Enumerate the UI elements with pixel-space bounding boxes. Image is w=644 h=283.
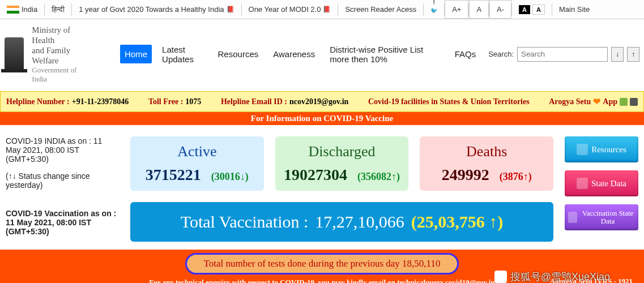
search-bar: Search: ↓ ↑ — [488, 47, 639, 62]
book-icon: 📕 — [227, 6, 234, 13]
deaths-value: 249992 — [442, 166, 489, 184]
helpline-bar: Helpline Number :+91-11-23978046 Toll Fr… — [0, 91, 644, 112]
country-flag: India — [0, 0, 44, 19]
as-on-text: COVID-19 INDIA as on : 11 May 2021, 08:0… — [6, 136, 119, 164]
tests-highlight: Total number of tests done during the pr… — [185, 253, 459, 275]
screen-reader-link[interactable]: Screen Reader Acess — [338, 0, 423, 19]
active-delta: (30016↓) — [211, 171, 249, 183]
gov-topbar: India हिन्दी 1 year of Govt 2020 Towards… — [0, 0, 644, 19]
change-note: (↑↓ Status change since yesterday) — [6, 171, 119, 190]
discharged-card[interactable]: Discharged 19027304(356082↑) — [275, 136, 409, 191]
search-input[interactable] — [517, 47, 608, 62]
light-scheme-button[interactable]: A — [532, 5, 545, 15]
modi-year-link[interactable]: One Year of MODI 2.0 📕 — [242, 0, 338, 19]
dark-scheme-button[interactable]: A — [519, 5, 530, 14]
twitter-icon: 🐦 — [430, 8, 437, 14]
active-title: Active — [135, 143, 259, 160]
helpline-number: Helpline Number :+91-11-23978046 — [6, 97, 129, 106]
vac-state-data-button[interactable]: Vaccination State Data — [565, 204, 638, 230]
arogya-app-link[interactable]: Arogya Setu❤App — [549, 96, 638, 107]
active-value: 3715221 — [146, 166, 201, 184]
nav-home[interactable]: Home — [120, 45, 152, 63]
vaccination-label: Total Vaccination : — [181, 212, 309, 231]
main-site-link[interactable]: Main Site — [552, 0, 596, 19]
search-label: Search: — [488, 50, 514, 58]
site-header: Ministry of Health and Family Welfare Go… — [0, 19, 644, 91]
discharged-title: Discharged — [280, 143, 404, 160]
vaccination-delta: (25,03,756 ↑) — [411, 212, 503, 231]
ministry-title: Ministry of Health and Family Welfare Go… — [32, 25, 89, 83]
country-label: India — [22, 5, 37, 14]
vaccine-info-banner[interactable]: For Information on COVID-19 Vaccine — [0, 112, 644, 125]
nav-latest[interactable]: Latest Updates — [157, 40, 207, 68]
facebook-icon: f — [433, 0, 435, 6]
nav-resources[interactable]: Resources — [214, 45, 263, 63]
resources-icon — [577, 144, 588, 155]
deaths-title: Deaths — [424, 143, 549, 160]
state-data-button[interactable]: State Data — [565, 170, 638, 196]
font-decrease-button[interactable]: A- — [489, 0, 511, 19]
main-nav: Home Latest Updates Resources Awareness … — [120, 40, 480, 68]
sohu-icon — [494, 271, 507, 283]
lang-link[interactable]: हिन्दी — [45, 0, 71, 19]
vac-as-on-text: COVID-19 Vaccination as on : 11 May 2021… — [6, 209, 119, 236]
font-increase-button[interactable]: A+ — [445, 0, 468, 19]
discharged-delta: (356082↑) — [357, 171, 400, 183]
nav-district[interactable]: District-wise Positive List more then 10… — [325, 40, 445, 68]
sort-down-button[interactable]: ↓ — [611, 47, 624, 62]
govt-year-link[interactable]: 1 year of Govt 2020 Towards a Healthy In… — [72, 0, 241, 19]
deaths-card[interactable]: Deaths 249992(3876↑) — [420, 136, 553, 191]
vaccination-card[interactable]: Total Vaccination : 17,27,10,066 (25,03,… — [130, 202, 553, 242]
syringe-icon — [568, 212, 577, 223]
discharged-value: 19027304 — [284, 166, 347, 184]
android-icon — [620, 98, 628, 106]
nav-awareness[interactable]: Awareness — [268, 45, 319, 63]
vaccination-value: 17,27,10,066 — [315, 212, 404, 231]
stats-section: COVID-19 INDIA as on : 11 May 2021, 08:0… — [0, 125, 644, 250]
active-card[interactable]: Active 3715221(30016↓) — [130, 136, 264, 191]
helpline-email[interactable]: Helpline Email ID :ncov2019@gov.in — [221, 97, 349, 106]
book-icon: 📕 — [323, 6, 331, 13]
sort-up-button[interactable]: ↑ — [627, 47, 639, 62]
toll-free: Toll Free :1075 — [148, 97, 201, 106]
state-icon — [577, 178, 588, 189]
nav-faqs[interactable]: FAQs — [450, 45, 481, 63]
social-icons[interactable]: f🐦 — [424, 0, 444, 19]
color-scheme-switch[interactable]: A A — [512, 0, 552, 19]
india-flag-icon — [7, 6, 19, 14]
side-buttons: Resources State Data Vaccination State D… — [565, 136, 638, 244]
status-notes: COVID-19 INDIA as on : 11 May 2021, 08:0… — [6, 136, 119, 244]
font-normal-button[interactable]: A — [469, 0, 489, 19]
heart-icon: ❤ — [593, 96, 600, 107]
resources-button[interactable]: Resources — [565, 136, 638, 162]
deaths-delta: (3876↑) — [500, 171, 532, 183]
watermark: 搜狐号@雪鸮XueXiao — [494, 270, 610, 283]
apple-icon — [630, 98, 638, 106]
emblem-icon — [5, 37, 24, 71]
facilities-link[interactable]: Covid-19 facilities in States & Union Te… — [368, 97, 530, 106]
